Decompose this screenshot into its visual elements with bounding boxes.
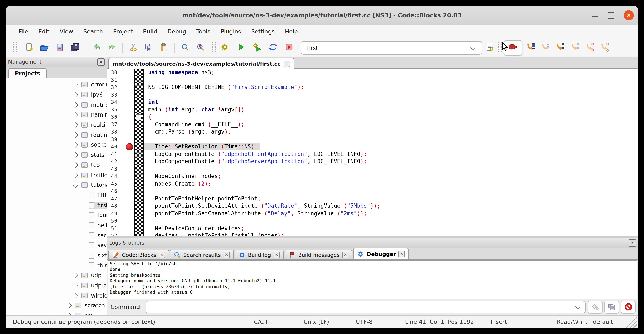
step-into-instruction-button[interactable]	[600, 43, 609, 53]
toolbar-grip[interactable]	[13, 42, 16, 53]
menu-project[interactable]: Project	[108, 25, 138, 38]
logs-tab-build-log[interactable]: Build log✕	[234, 250, 284, 259]
step-into-button[interactable]	[556, 43, 565, 53]
breakpoint-margin[interactable]	[117, 69, 134, 76]
chevron-right-icon[interactable]	[73, 112, 78, 117]
tree-item-stats[interactable]: stats	[6, 150, 107, 160]
breakpoint-margin[interactable]	[117, 106, 134, 113]
title-bar[interactable]: mnt/dev/tools/source/ns-3-dev/examples/t…	[6, 6, 638, 25]
menu-settings[interactable]: Settings	[246, 25, 280, 38]
chevron-right-icon[interactable]	[73, 92, 78, 97]
project-tree[interactable]: error-modelipv6matrix-topologynamingreal…	[6, 78, 107, 315]
maximize-icon[interactable]	[608, 12, 614, 19]
breakpoint-margin[interactable]	[117, 180, 134, 187]
breakpoint-margin[interactable]	[117, 232, 134, 236]
chevron-right-icon[interactable]	[73, 82, 78, 87]
menu-view[interactable]: View	[54, 25, 78, 38]
chevron-right-icon[interactable]	[73, 152, 78, 158]
close-tab-icon[interactable]: ✕	[274, 251, 280, 258]
tree-item-realtime[interactable]: realtime	[6, 120, 107, 130]
chevron-right-icon[interactable]	[73, 122, 78, 127]
breakpoint-margin[interactable]	[117, 128, 134, 135]
tree-item-src[interactable]: src	[6, 311, 107, 315]
run-button[interactable]	[236, 43, 246, 53]
chevron-right-icon[interactable]	[73, 273, 78, 278]
tree-item-traffic-control[interactable]: traffic-control	[6, 170, 107, 180]
close-panel-icon[interactable]: ✕	[629, 239, 636, 246]
tree-item-fourth-cc[interactable]: fourth.cc	[6, 210, 107, 220]
toolbar-grip[interactable]	[212, 42, 216, 53]
next-instruction-button[interactable]	[585, 43, 594, 53]
tree-item-udp[interactable]: udp	[6, 270, 107, 280]
menu-tools[interactable]: Tools	[191, 25, 216, 38]
save-file-button[interactable]	[55, 44, 64, 53]
breakpoint-margin[interactable]	[117, 121, 134, 128]
logs-tab-search-results[interactable]: Search results✕	[170, 250, 234, 259]
breakpoint-marker[interactable]	[126, 143, 133, 150]
new-file-button[interactable]	[24, 44, 34, 53]
breakpoint-margin[interactable]	[117, 143, 134, 150]
logs-tab-build-messages[interactable]: Build messages✕	[284, 250, 352, 259]
breakpoint-margin[interactable]	[117, 217, 134, 224]
breakpoint-margin[interactable]	[117, 195, 134, 202]
stop-debugger-button[interactable]	[621, 300, 636, 313]
toolbar-overflow-button[interactable]	[625, 45, 625, 53]
menu-file[interactable]: File	[14, 25, 33, 38]
tree-item-error-model[interactable]: error-model	[6, 80, 107, 90]
debug-continue-button[interactable]	[504, 40, 522, 56]
breakpoint-margin[interactable]	[117, 187, 134, 195]
abort-build-button[interactable]	[284, 43, 294, 53]
menu-build[interactable]: Build	[138, 25, 162, 38]
logs-tab-code-blocks[interactable]: Code::Blocks✕	[108, 250, 169, 259]
tree-item-sixth-cc[interactable]: sixth.cc	[6, 250, 107, 260]
close-tab-icon[interactable]: ✕	[342, 251, 348, 258]
minimize-icon[interactable]	[592, 16, 598, 17]
breakpoint-margin[interactable]	[117, 150, 134, 158]
undo-button[interactable]	[92, 44, 101, 53]
chevron-right-icon[interactable]	[66, 313, 72, 315]
find-button[interactable]	[181, 44, 190, 53]
close-icon[interactable]: ✕	[624, 10, 634, 20]
breakpoint-margin[interactable]	[117, 210, 134, 217]
chevron-right-icon[interactable]	[73, 102, 78, 107]
chevron-right-icon[interactable]	[73, 132, 78, 138]
chevron-right-icon[interactable]	[73, 283, 78, 288]
chevron-right-icon[interactable]	[66, 303, 72, 308]
tree-item-fifth-cc[interactable]: fifth.cc	[6, 190, 107, 200]
debug-window-button[interactable]	[604, 300, 619, 313]
breakpoint-margin[interactable]	[117, 224, 134, 232]
breakpoint-margin[interactable]	[117, 113, 134, 121]
run-to-cursor-button[interactable]	[526, 43, 535, 53]
tree-item-first-cc[interactable]: first.cc	[6, 200, 107, 210]
rebuild-button[interactable]	[268, 43, 278, 53]
debug-tools-button[interactable]	[588, 300, 602, 313]
chevron-right-icon[interactable]	[73, 293, 78, 298]
tree-item-second-cc[interactable]: second.cc	[6, 230, 107, 240]
tree-item-seventh-cc[interactable]: seventh.cc	[6, 240, 107, 250]
tab-projects[interactable]: Projects	[8, 68, 46, 78]
chevron-right-icon[interactable]	[73, 142, 78, 148]
editor-tab-first-cc[interactable]: mnt/dev/tools/source/ns-3-dev/examples/t…	[108, 58, 294, 69]
copy-button[interactable]	[144, 44, 153, 53]
breakpoint-margin[interactable]	[117, 158, 134, 165]
tree-item-third-cc[interactable]: third.cc	[6, 260, 107, 270]
build-button[interactable]	[220, 43, 230, 53]
replace-button[interactable]: R	[196, 44, 205, 53]
breakpoint-margin[interactable]	[117, 135, 134, 143]
chevron-right-icon[interactable]	[73, 172, 78, 178]
close-tab-icon[interactable]: ✕	[399, 251, 405, 257]
chevron-down-icon[interactable]	[73, 182, 78, 188]
breakpoint-margin[interactable]	[117, 91, 134, 98]
code-editor[interactable]: 30using namespace ns3;3132NS_LOG_COMPONE…	[107, 69, 638, 236]
cut-button[interactable]	[129, 44, 138, 53]
close-tab-icon[interactable]: ✕	[223, 251, 230, 258]
tree-item-tcp[interactable]: tcp	[6, 160, 107, 170]
build-target-select[interactable]: first	[300, 41, 482, 55]
breakpoint-margin[interactable]	[117, 202, 134, 210]
toolbar-grip[interactable]	[498, 42, 502, 53]
resize-grip[interactable]	[626, 317, 637, 328]
close-panel-icon[interactable]: ✕	[98, 58, 104, 66]
breakpoint-margin[interactable]	[117, 165, 134, 173]
tree-item-hello-simulator-cc[interactable]: hello-simulator.cc	[6, 220, 107, 230]
redo-button[interactable]	[107, 44, 116, 53]
